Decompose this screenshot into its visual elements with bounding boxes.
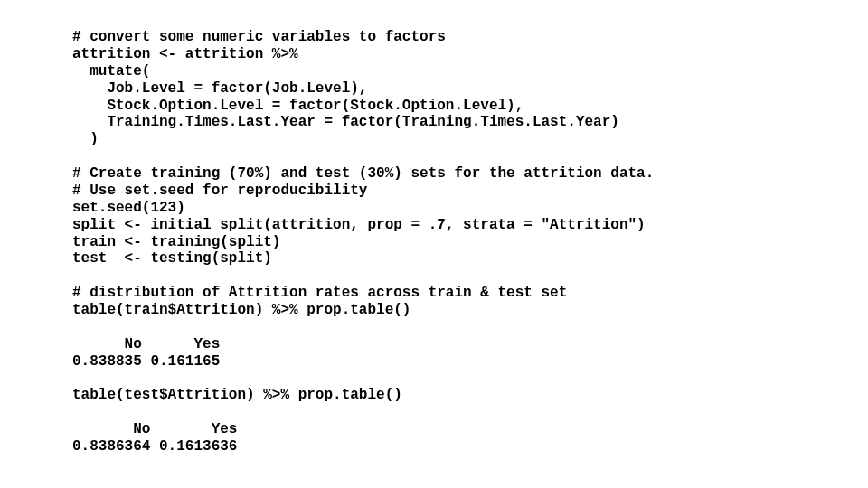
- code-line: 0.8386364 0.1613636: [72, 438, 237, 455]
- code-line: Stock.Option.Level = factor(Stock.Option…: [72, 98, 524, 114]
- code-line: split <- initial_split(attrition, prop =…: [72, 217, 646, 233]
- code-line: table(test$Attrition) %>% prop.table(): [72, 387, 402, 403]
- code-line: # distribution of Attrition rates across…: [72, 285, 567, 301]
- code-line: set.seed(123): [72, 200, 185, 216]
- code-line: mutate(: [72, 63, 150, 80]
- code-block: # convert some numeric variables to fact…: [0, 0, 868, 455]
- code-line: ): [72, 131, 99, 147]
- code-line: attrition <- attrition %>%: [72, 46, 298, 62]
- code-line: # convert some numeric variables to fact…: [72, 29, 446, 45]
- code-line: test <- testing(split): [72, 250, 272, 267]
- code-line: # Create training (70%) and test (30%) s…: [72, 165, 654, 182]
- code-line: train <- training(split): [72, 234, 280, 250]
- code-line: No Yes: [72, 336, 220, 352]
- code-line: # Use set.seed for reproducibility: [72, 183, 367, 199]
- code-line: table(train$Attrition) %>% prop.table(): [72, 302, 410, 318]
- code-line: Job.Level = factor(Job.Level),: [72, 80, 367, 97]
- code-line: 0.838835 0.161165: [72, 353, 220, 370]
- code-line: Training.Times.Last.Year = factor(Traini…: [72, 114, 619, 130]
- code-line: No Yes: [72, 421, 237, 437]
